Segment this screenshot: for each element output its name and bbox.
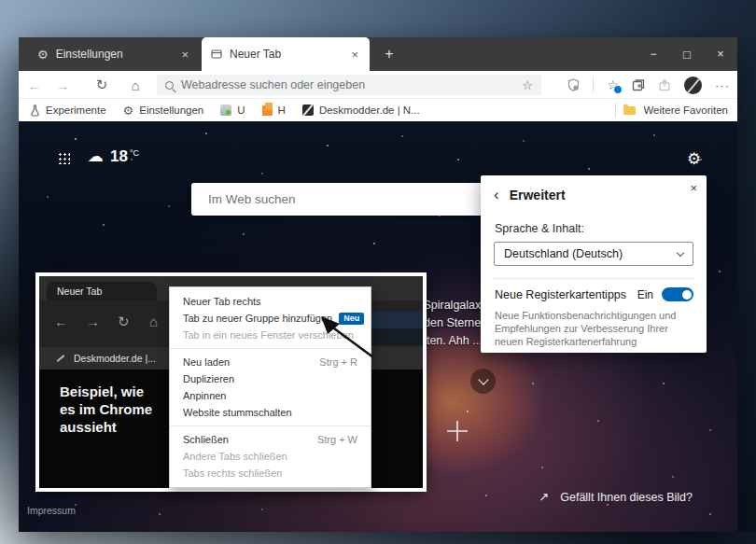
mini-bookmark-label: Deskmodder.de |... (74, 353, 156, 364)
image-feedback[interactable]: ↗ Gefällt Ihnen dieses Bild? (539, 490, 693, 504)
tab-tips-description: Neue Funktionsbenachrichtigungen und Emp… (495, 309, 687, 348)
favorites-badge-icon[interactable]: ☆ (607, 77, 619, 92)
impressum-link[interactable]: Impressum (27, 505, 76, 516)
cursor-cross-marker (445, 419, 469, 447)
menu-separator (170, 425, 371, 426)
menu-item-andere-tabs: Andere Tabs schließen (170, 448, 371, 465)
back-icon[interactable]: ← (24, 75, 45, 95)
window-controls: − □ × (637, 37, 737, 71)
title-bar: ⚙ Einstellungen × Neuer Tab × + − □ × (19, 37, 737, 71)
settings-flyout-panel: × ‹ Erweitert Sprache & Inhalt: Deutschl… (481, 175, 707, 353)
tab-close-icon[interactable]: × (349, 48, 360, 62)
home-icon: ⌂ (149, 314, 158, 329)
pencil-icon (57, 355, 65, 362)
new-tab-button[interactable]: + (379, 45, 399, 63)
favorite-h[interactable]: H (262, 105, 286, 116)
search-icon (165, 81, 174, 90)
like-prompt-label: Gefällt Ihnen dieses Bild? (560, 491, 693, 504)
more-favorites[interactable]: Weitere Favoriten (615, 99, 728, 121)
desktop: ⚙ Einstellungen × Neuer Tab × + − □ × ← … (0, 0, 756, 544)
temperature-unit: °C (130, 148, 139, 158)
mini-highlight-row (371, 312, 423, 328)
forward-icon: → (86, 314, 100, 329)
home-icon[interactable]: ⌂ (125, 75, 146, 95)
menu-item-tabs-rechts: Tabs rechts schließen (170, 465, 371, 481)
language-section-label: Sprache & Inhalt: (495, 222, 584, 235)
menu-item-stummschalten[interactable]: Website stummschalten (170, 404, 371, 421)
back-icon: ← (54, 314, 68, 329)
tracking-shield-icon[interactable] (567, 78, 580, 91)
maximize-button[interactable]: □ (670, 37, 704, 71)
minimize-button[interactable]: − (637, 37, 670, 71)
example-caption: Beispiel, wie es im Chrome aussieht (60, 383, 152, 436)
favorite-star-icon[interactable]: ☆ (522, 78, 533, 92)
favorite-label: U (237, 105, 245, 116)
menu-item-neuer-tab-rechts[interactable]: Neuer Tab rechts (170, 293, 371, 310)
address-bar[interactable]: Webadresse suchen oder eingeben ☆ (157, 75, 541, 95)
favorite-experimente[interactable]: Experimente (30, 105, 106, 117)
tab-label: Einstellungen (56, 48, 180, 61)
annotation-arrow (312, 314, 379, 365)
favorite-label: Deskmodder.de | N... (319, 105, 420, 116)
more-favorites-label: Weitere Favoriten (643, 105, 728, 116)
more-menu-icon[interactable]: ··· (715, 78, 730, 92)
scroll-down-button[interactable] (470, 369, 496, 394)
wallpaper-stars (19, 121, 21, 123)
tab-label: Neuer Tab (230, 48, 349, 61)
favorite-einstellungen[interactable]: ⚙ Einstellungen (123, 105, 204, 117)
favorites-bar: Experimente ⚙ Einstellungen U H Deskmodd… (19, 99, 737, 121)
address-placeholder: Webadresse suchen oder eingeben (181, 78, 522, 91)
tab-tips-label: Neue Registerkartentipps (495, 288, 637, 301)
profile-avatar[interactable] (684, 77, 702, 94)
reload-icon[interactable]: ↻ (91, 75, 112, 95)
forward-icon[interactable]: → (52, 75, 73, 95)
temperature-value: 18 (110, 147, 128, 166)
tab-tips-setting: Neue Registerkartentipps Ein (495, 287, 693, 301)
gear-icon: ⚙ (37, 49, 49, 61)
tab-tips-toggle[interactable] (662, 287, 693, 301)
desktop-wallpaper-left (0, 37, 19, 544)
tab-einstellungen[interactable]: ⚙ Einstellungen × (28, 37, 200, 71)
panel-close-icon[interactable]: × (690, 181, 697, 195)
app-launcher-icon[interactable] (58, 152, 70, 164)
panel-divider (493, 278, 694, 279)
site-favicon (302, 105, 314, 116)
menu-item-anpinnen[interactable]: Anpinnen (170, 387, 371, 404)
mini-highlight-row (371, 328, 423, 345)
toolbar-right-icons: ☆ ··· (567, 71, 730, 99)
mini-tab: Neuer Tab (47, 282, 157, 300)
toggle-state-label: Ein (637, 288, 653, 301)
close-button[interactable]: × (704, 37, 737, 71)
favorite-u[interactable]: U (220, 105, 245, 116)
menu-item-schliessen[interactable]: Schließen Strg + W (170, 431, 371, 448)
favorite-label: Experimente (46, 105, 106, 116)
flask-icon (30, 105, 40, 117)
panel-title: Erweitert (510, 188, 566, 202)
collections-icon[interactable] (632, 78, 645, 91)
share-icon[interactable] (658, 78, 671, 91)
browser-window: ⚙ Einstellungen × Neuer Tab × + − □ × ← … (19, 37, 737, 532)
chevron-down-icon (677, 248, 684, 256)
site-favicon (262, 105, 273, 116)
shortcut-label: Strg + W (317, 434, 357, 445)
menu-item-duplizieren[interactable]: Duplizieren (170, 370, 371, 387)
page-settings-gear-icon[interactable]: ⚙ (687, 149, 701, 169)
desktop-wallpaper-right (737, 37, 756, 544)
new-tab-page-icon (211, 49, 222, 60)
tab-neuer-tab[interactable]: Neuer Tab × (202, 37, 370, 71)
folder-icon (623, 106, 636, 115)
favbar-divider (615, 103, 616, 118)
tab-close-icon[interactable]: × (179, 48, 190, 62)
chevron-down-icon (478, 374, 488, 384)
navigation-toolbar: ← → ↻ ⌂ Webadresse suchen oder eingeben … (19, 71, 737, 99)
favorite-label: Einstellungen (139, 105, 203, 116)
cloud-icon: ☁ (88, 146, 104, 166)
language-dropdown-value: Deutschland (Deutsch) (504, 247, 678, 260)
back-chevron-icon[interactable]: ‹ (494, 187, 499, 202)
desktop-wallpaper-bottom (0, 532, 756, 544)
weather-widget[interactable]: ☁ 18 °C (88, 146, 139, 166)
language-dropdown[interactable]: Deutschland (Deutsch) (494, 242, 693, 266)
favorite-deskmodder[interactable]: Deskmodder.de | N... (302, 105, 420, 116)
toolbar-divider (593, 77, 594, 92)
favorite-label: H (278, 105, 286, 116)
